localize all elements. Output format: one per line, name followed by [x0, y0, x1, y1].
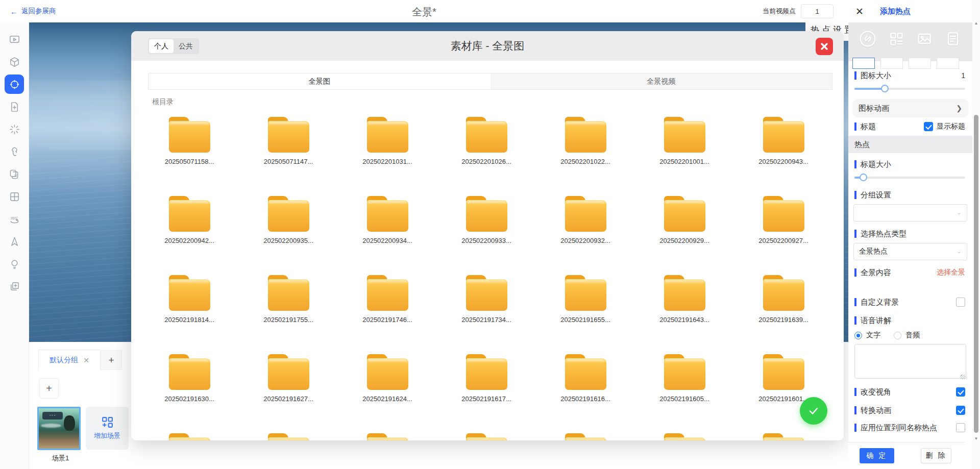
sidebar-item-bulb[interactable] [5, 254, 24, 274]
hotspot-image-icon[interactable] [915, 30, 934, 50]
scroll-up-icon[interactable]: ▲ [974, 21, 978, 26]
folder-item[interactable]: 202502200929... [635, 196, 734, 275]
folder-icon [169, 275, 210, 311]
folder-item[interactable] [734, 433, 833, 440]
title-size-slider[interactable] [854, 174, 965, 182]
folder-item[interactable]: 202502200934... [338, 196, 437, 275]
folder-item[interactable] [239, 433, 338, 440]
transition-checkbox[interactable] [956, 406, 965, 415]
library-tab-全景图[interactable]: 全景图 [149, 73, 491, 89]
folder-item[interactable]: 202502201026... [437, 117, 536, 196]
voice-radio-文字[interactable]: 文字 [854, 331, 880, 340]
folder-item[interactable]: 202502200927... [734, 196, 833, 275]
folder-item[interactable]: 202502191617... [437, 354, 536, 433]
sidebar-item-rotate-360[interactable]: 360° [5, 209, 24, 229]
folder-item[interactable]: 202502191746... [338, 275, 437, 354]
modal-close-button[interactable] [816, 38, 833, 55]
hotspot-grid-tab[interactable] [880, 58, 903, 69]
scene-thumbnail[interactable]: ··· [37, 407, 81, 450]
hotspot-text-tab[interactable] [937, 58, 959, 69]
sidebar-item-masks[interactable] [5, 164, 24, 184]
scroll-down-icon[interactable]: ▼ [974, 437, 978, 441]
sidebar-item-grid-window[interactable] [5, 187, 24, 206]
hotspot-link-icon[interactable] [859, 30, 877, 50]
voice-text-input[interactable] [854, 344, 966, 379]
add-scene-button[interactable]: 增加场景 [86, 407, 129, 450]
change-view-checkbox[interactable] [956, 387, 965, 397]
scroll-thumb[interactable] [974, 115, 978, 433]
folder-name: 202502191639... [758, 316, 808, 324]
hotspot-type-select[interactable]: 全景热点 ⌄ [853, 243, 967, 260]
folder-item[interactable]: 202502191655... [536, 275, 635, 354]
folder-item[interactable]: 202502201001... [635, 117, 734, 196]
sidebar-item-hand-grab[interactable] [5, 142, 24, 161]
library-tab-全景视频[interactable]: 全景视频 [491, 73, 832, 89]
hotspot-grid-icon[interactable] [887, 30, 905, 50]
folder-item[interactable]: 202502201022... [536, 117, 635, 196]
folder-item[interactable] [140, 433, 239, 440]
panel-close-icon[interactable]: ✕ [855, 7, 864, 16]
confirm-selection-button[interactable] [800, 397, 827, 425]
folder-item[interactable] [536, 433, 635, 440]
folder-item[interactable]: 202502191734... [437, 275, 536, 354]
folder-item[interactable]: 202502191616... [536, 354, 635, 433]
folder-item[interactable]: 202505071158... [140, 117, 239, 196]
folder-name: 202502191746... [362, 316, 412, 324]
folder-item[interactable]: 202502200943... [734, 117, 833, 196]
confirm-button[interactable]: 确 定 [860, 448, 894, 463]
folder-item[interactable]: 202502191755... [239, 275, 338, 354]
panel-scrollbar[interactable]: ▲ ▼ [972, 0, 980, 469]
folder-name: 202502191814... [164, 316, 214, 324]
folder-name: 202502191605... [659, 395, 709, 403]
select-panorama-link[interactable]: 选择全景 [937, 268, 965, 277]
scene-more-icon[interactable]: ··· [42, 412, 63, 419]
delete-button[interactable]: 删 除 [921, 448, 951, 463]
folder-item[interactable]: 202502200935... [239, 196, 338, 275]
folder-item[interactable]: 202502191630... [140, 354, 239, 433]
folder-item[interactable]: 202502191814... [140, 275, 239, 354]
folder-item[interactable]: 202502191624... [338, 354, 437, 433]
folder-icon [367, 275, 408, 311]
sidebar-item-cube-3d[interactable] [5, 52, 24, 71]
group-select[interactable]: ⌄ [853, 204, 967, 221]
folder-item[interactable]: 202502191639... [734, 275, 833, 354]
folder-item[interactable]: 202502200933... [437, 196, 536, 275]
folder-item[interactable]: 202502200932... [536, 196, 635, 275]
sidebar-item-target-crosshair[interactable] [5, 75, 24, 94]
show-title-checkbox[interactable] [924, 122, 933, 131]
sidebar-item-cast-screen[interactable] [5, 30, 24, 49]
sidebar-item-nav-arrow[interactable] [5, 232, 24, 251]
folder-item[interactable]: 202502201031... [338, 117, 437, 196]
hotspot-image-tab[interactable] [909, 58, 931, 69]
slider-knob[interactable] [881, 85, 889, 92]
apply-position-checkbox[interactable] [956, 423, 965, 432]
add-scene-plus-button[interactable]: + [39, 378, 59, 399]
video-point-input[interactable] [801, 4, 834, 18]
close-group-icon[interactable]: ✕ [83, 356, 89, 364]
voice-radio-音频[interactable]: 音频 [894, 331, 920, 340]
hotspot-text-icon[interactable] [944, 30, 962, 50]
sidebar-item-file-plus[interactable] [5, 97, 24, 116]
apply-position-label: 应用位置到同名称热点 [861, 423, 937, 433]
folder-item[interactable]: 202502191643... [635, 275, 734, 354]
icon-size-slider[interactable] [854, 85, 965, 93]
folder-item[interactable] [437, 433, 536, 440]
hotspot-title-input[interactable] [848, 136, 972, 153]
sparkle-rays-icon [9, 124, 20, 135]
group-tab-default[interactable]: 默认分组 ✕ [38, 350, 101, 370]
folder-item[interactable] [635, 433, 734, 440]
top-bar: ← 返回参展商 全景* 当前视频点 [0, 0, 980, 22]
sidebar-item-copy-plus[interactable] [5, 277, 24, 296]
folder-item[interactable]: 202502200942... [140, 196, 239, 275]
sidebar-item-sparkle-rays[interactable] [5, 119, 24, 139]
folder-item[interactable] [338, 433, 437, 440]
folder-item[interactable]: 202502191605... [635, 354, 734, 433]
folder-item[interactable]: 202505071147... [239, 117, 338, 196]
hotspot-link-tab[interactable] [852, 58, 875, 69]
folder-item[interactable]: 202502191627... [239, 354, 338, 433]
folder-icon [664, 354, 705, 390]
custom-bg-checkbox[interactable] [956, 298, 965, 307]
add-group-button[interactable]: + [101, 350, 122, 370]
slider-knob[interactable] [860, 174, 867, 181]
icon-animation-row[interactable]: 图标动画 ❯ [852, 99, 968, 117]
